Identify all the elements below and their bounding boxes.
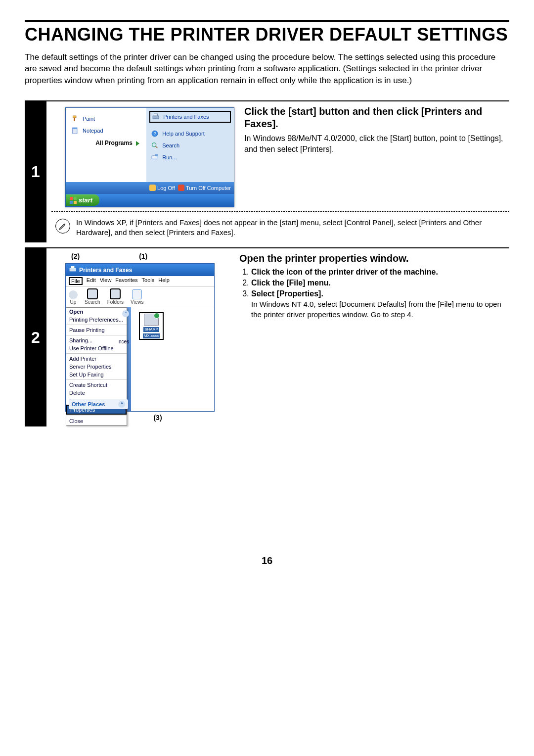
chevron-up-icon: ˄: [118, 401, 125, 408]
file-menu-offline: Use Printer Offline: [66, 344, 127, 352]
toolbar-up: Up: [69, 290, 78, 305]
start-button-label: start: [79, 196, 92, 204]
all-programs-arrow-icon: [136, 141, 139, 146]
callout-1: (1): [139, 252, 147, 260]
file-menu-sharing: Sharing...: [66, 336, 127, 344]
turnoff-button: Turn Off Computer: [178, 185, 231, 191]
step-1-heading: Click the [start] button and then click …: [244, 105, 509, 130]
start-menu-screenshot: Paint Notepad All Programs: [65, 107, 234, 207]
svg-text:?: ?: [154, 131, 156, 136]
window-menubar: File Edit View Favorites Tools Help: [66, 276, 214, 286]
step-2-item-1: Click the icon of the printer driver of …: [251, 268, 509, 277]
step-2-heading: Open the printer properties window.: [239, 252, 509, 265]
svg-rect-5: [154, 114, 158, 116]
svg-rect-1: [74, 118, 75, 121]
step-1-subtext: In Windows 98/Me/NT 4.0/2000, click the …: [244, 133, 509, 154]
start-menu-footer: Log Off Turn Off Computer: [66, 182, 234, 194]
start-item-notepad: Notepad: [70, 125, 143, 137]
svg-rect-12: [70, 268, 76, 271]
start-item-run-label: Run...: [162, 154, 177, 160]
svg-rect-0: [73, 116, 76, 118]
logoff-button: Log Off: [149, 185, 175, 191]
note-pencil-icon: [55, 219, 70, 234]
start-item-printers-faxes-label: Printers and Faxes: [163, 114, 209, 120]
step-2-number: 2: [25, 248, 46, 426]
page-title: CHANGING THE PRINTER DRIVER DEFAULT SETT…: [25, 25, 509, 45]
window-main-area: SHARP MX-xxxx: [131, 307, 214, 411]
printer-driver-icon: SHARP MX-xxxx: [139, 312, 164, 340]
step-2-item-1-label: Click the icon of the printer driver of …: [251, 268, 438, 276]
toolbar-folders: Folders: [107, 288, 124, 305]
start-item-help: ? Help and Support: [149, 128, 231, 140]
step-1: 1 Paint: [25, 100, 509, 243]
start-item-help-label: Help and Support: [162, 131, 205, 137]
svg-rect-13: [71, 266, 75, 268]
step-2-item-2: Click the [File] menu.: [251, 279, 509, 287]
step-1-number: 1: [25, 101, 46, 243]
file-menu-server-props: Server Properties: [66, 363, 127, 371]
step-2-sublist: Click the icon of the printer driver of …: [239, 268, 509, 320]
start-item-printers-faxes: Printers and Faxes: [149, 111, 231, 123]
toolbar-folders-icon: [110, 288, 121, 299]
toolbar-views: Views: [131, 289, 144, 305]
svg-rect-4: [153, 116, 159, 119]
side-other-places-label: Other Places: [72, 401, 105, 407]
search-icon: [150, 141, 159, 150]
step-2-item-3-label: Select [Properties].: [251, 289, 323, 298]
step-2-item-3-note: In Windows NT 4.0, select [Document Defa…: [251, 299, 509, 320]
side-other-places: Other Places ˄: [69, 399, 128, 409]
file-menu-create-shortcut: Create Shortcut: [66, 381, 127, 389]
start-button: start: [66, 194, 99, 206]
callout-2: (2): [71, 252, 80, 260]
printer-device-icon: [144, 314, 159, 326]
file-menu-open: Open: [66, 308, 127, 316]
toolbar-views-icon: [132, 289, 142, 299]
turnoff-icon: [178, 185, 184, 191]
side-chip-partial: nces: [119, 339, 129, 344]
turnoff-label: Turn Off Computer: [186, 185, 231, 191]
start-item-paint: Paint: [70, 113, 143, 125]
window-sidepanel: Open Printing Preferences... Pause Print…: [66, 307, 131, 411]
page-number: 16: [25, 555, 509, 567]
window-titlebar: Printers and Faxes: [66, 264, 214, 276]
top-rule: [25, 20, 509, 22]
svg-rect-10: [152, 156, 157, 159]
toolbar-up-label: Up: [70, 299, 77, 305]
menu-edit: Edit: [87, 277, 96, 285]
all-programs: All Programs: [70, 137, 143, 146]
paint-icon: [71, 114, 80, 123]
intro-text: The default settings of the printer driv…: [25, 51, 509, 87]
svg-line-9: [156, 146, 158, 148]
file-menu-printing-prefs: Printing Preferences...: [66, 316, 127, 324]
taskbar: start: [66, 194, 234, 207]
svg-rect-3: [73, 128, 77, 129]
start-item-notepad-label: Notepad: [83, 128, 103, 134]
window-title-text: Printers and Faxes: [79, 267, 132, 274]
file-menu-setup-fax: Set Up Faxing: [66, 371, 127, 378]
svg-rect-11: [155, 154, 158, 156]
logoff-icon: [149, 185, 156, 191]
step-1-note: In Windows XP, if [Printers and Faxes] d…: [76, 218, 509, 238]
printers-faxes-titlebar-icon: [69, 265, 77, 275]
menu-help: Help: [158, 277, 170, 285]
start-item-run: Run...: [149, 151, 231, 163]
file-menu-pause: Pause Printing: [66, 326, 127, 334]
printer-label-top: SHARP: [143, 327, 159, 332]
step-2-item-3: Select [Properties]. In Windows NT 4.0, …: [251, 289, 509, 320]
callout-labels-top: (2) (1): [51, 252, 229, 260]
printers-window-screenshot: Printers and Faxes File Edit View Favori…: [65, 263, 215, 412]
toolbar-search: Search: [85, 288, 100, 305]
printer-label-bottom: MX-xxxx: [143, 333, 160, 338]
toolbar-folders-label: Folders: [107, 299, 124, 305]
notepad-icon: [71, 126, 80, 135]
window-toolbar: Up Search Folders: [66, 286, 214, 307]
menu-view: View: [100, 277, 112, 285]
menu-tools: Tools: [142, 277, 155, 285]
windows-flag-icon: [70, 197, 77, 204]
up-icon: [69, 290, 78, 299]
printers-faxes-icon: [151, 112, 160, 121]
file-menu-close: Close: [66, 417, 127, 425]
start-item-paint-label: Paint: [83, 116, 95, 122]
dashed-separator: [51, 211, 509, 212]
toolbar-search-icon: [87, 288, 98, 299]
